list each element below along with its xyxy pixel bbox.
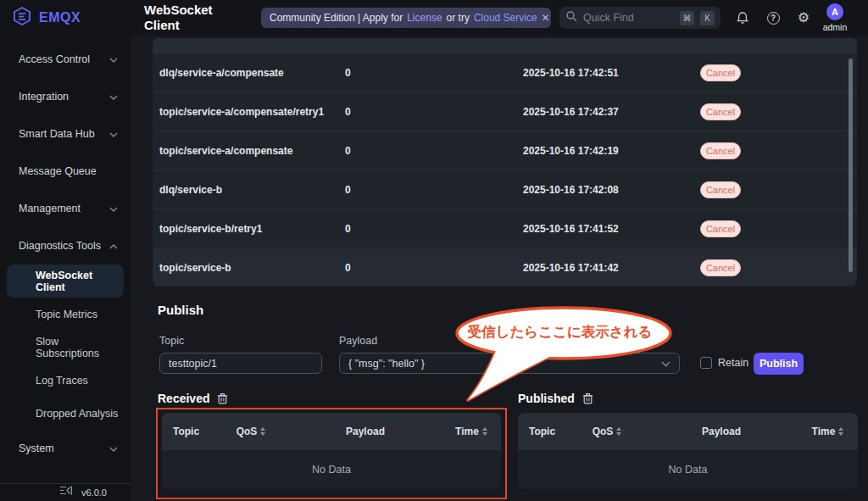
published-heading-label: Published: [518, 392, 575, 405]
k-key-badge: K: [700, 11, 715, 25]
sidebar-item-management[interactable]: Management: [0, 190, 131, 227]
column-header-topic: Topic: [162, 426, 213, 437]
cloud-service-link[interactable]: Cloud Service: [474, 12, 537, 24]
emqx-hexagon-icon: [12, 6, 32, 30]
collapse-sidebar-icon[interactable]: [59, 485, 72, 498]
column-header-time[interactable]: Time: [798, 426, 858, 437]
sidebar-footer: v6.0.0: [0, 483, 131, 501]
table-row: topic/service-b 0 2025-10-16 17:41:42 Ca…: [153, 248, 857, 287]
chevron-down-icon: [109, 203, 118, 214]
cancel-button[interactable]: Cancel: [700, 64, 741, 81]
sidebar-item-system[interactable]: System: [0, 430, 131, 467]
table-row: topic/service-a/compensate 0 2025-10-16 …: [153, 131, 857, 170]
retain-label: Retain: [718, 357, 748, 369]
subscription-time: 2025-10-16 17:42:37: [523, 106, 700, 118]
sidebar-item-smart-data-hub[interactable]: Smart Data Hub: [0, 115, 131, 153]
column-header-qos[interactable]: QoS: [213, 426, 289, 437]
sidebar-item-label: Diagnostics Tools: [19, 240, 101, 252]
sidebar-item-slow-subscriptions[interactable]: Slow Subscriptions: [7, 331, 124, 364]
subscription-qos: 0: [345, 262, 523, 274]
sidebar-item-dropped-analysis[interactable]: Dropped Analysis: [7, 397, 124, 430]
cancel-button[interactable]: Cancel: [700, 103, 741, 120]
cancel-button[interactable]: Cancel: [700, 181, 741, 198]
table-row: topic/service-a/compensate/retry1 0 2025…: [153, 92, 857, 131]
license-link[interactable]: License: [407, 12, 442, 24]
sidebar-item-label: System: [19, 443, 54, 454]
vertical-scrollbar[interactable]: [849, 58, 853, 272]
sort-icon[interactable]: [616, 427, 621, 436]
column-header-payload: Payload: [289, 426, 442, 437]
notifications-bell-icon[interactable]: [735, 10, 750, 25]
published-table-header: Topic QoS Payload Time: [518, 413, 858, 450]
subscriptions-table: dlq/service-a/compensate 0 2025-10-16 17…: [153, 38, 857, 287]
sidebar-item-websocket-client[interactable]: WebSocket Client: [7, 264, 124, 298]
sidebar-item-label: Message Queue: [19, 165, 97, 177]
table-row: dlq/service-a/compensate 0 2025-10-16 17…: [153, 53, 857, 92]
payload-select[interactable]: { "msg": "hello" }: [339, 353, 680, 374]
subscription-qos: 0: [345, 184, 523, 196]
subscription-topic: dlq/service-b: [159, 184, 345, 196]
search-placeholder: Quick Find: [583, 12, 674, 24]
topic-input[interactable]: testtopic/1: [159, 353, 322, 374]
subscription-topic: topic/service-b: [159, 262, 345, 274]
received-table-header: Topic QoS Payload Time: [162, 413, 501, 450]
column-header-time[interactable]: Time: [442, 426, 501, 437]
search-icon: [565, 10, 577, 25]
chevron-down-icon: [109, 443, 118, 454]
subscription-topic: topic/service-a/compensate/retry1: [159, 106, 345, 118]
column-header-topic: Topic: [518, 426, 569, 437]
subscription-topic: dlq/service-a/compensate: [159, 67, 345, 79]
cancel-button[interactable]: Cancel: [700, 220, 741, 237]
sidebar-item-label: Access Control: [19, 53, 90, 65]
sidebar-item-access-control[interactable]: Access Control: [0, 41, 131, 78]
received-heading-label: Received: [158, 392, 209, 405]
gear-icon[interactable]: ⚙: [796, 10, 811, 25]
chevron-down-icon: [661, 358, 670, 370]
brand-name: EMQX: [39, 10, 81, 25]
sidebar-item-label: Management: [19, 203, 81, 214]
sidebar-item-label: Smart Data Hub: [19, 128, 95, 140]
subscription-topic: topic/service-a/compensate: [159, 145, 345, 157]
table-row: dlq/service-b 0 2025-10-16 17:42:08 Canc…: [153, 170, 857, 209]
brand-logo[interactable]: EMQX: [0, 0, 131, 36]
quick-find-input[interactable]: Quick Find ⌘ K: [559, 7, 721, 29]
sidebar-item-diagnostics-tools[interactable]: Diagnostics Tools: [0, 227, 131, 264]
sidebar-item-topic-metrics[interactable]: Topic Metrics: [7, 298, 124, 331]
cancel-button[interactable]: Cancel: [700, 259, 741, 276]
chevron-up-icon: [109, 240, 118, 252]
sidebar: EMQX Access Control Integration Smart Da…: [0, 0, 131, 501]
publish-heading: Publish: [158, 303, 203, 317]
subscription-qos: 0: [345, 106, 523, 118]
column-header-qos[interactable]: QoS: [569, 426, 645, 437]
subscription-qos: 0: [345, 145, 523, 157]
trash-icon[interactable]: [217, 392, 228, 404]
sidebar-item-integration[interactable]: Integration: [0, 78, 131, 115]
sidebar-item-log-traces[interactable]: Log Traces: [7, 364, 124, 397]
help-icon[interactable]: ?: [765, 10, 781, 25]
banner-close-icon[interactable]: ✕: [542, 12, 550, 24]
subscription-time: 2025-10-16 17:42:08: [523, 184, 700, 196]
payload-field-label: Payload: [339, 335, 377, 347]
annotation-text: 受信したらここに表示される: [465, 323, 655, 342]
topic-input-value: testtopic/1: [169, 358, 217, 370]
sort-icon[interactable]: [482, 427, 487, 436]
sidebar-item-message-queue[interactable]: Message Queue: [0, 153, 131, 190]
publish-button[interactable]: Publish: [754, 353, 804, 375]
chevron-down-icon: [109, 53, 118, 65]
sort-icon[interactable]: [260, 427, 265, 436]
chevron-down-icon: [109, 128, 118, 140]
cancel-button[interactable]: Cancel: [700, 142, 741, 159]
table-row: topic/service-b/retry1 0 2025-10-16 17:4…: [153, 209, 857, 248]
retain-checkbox[interactable]: [700, 357, 712, 369]
cmd-key-badge: ⌘: [680, 11, 694, 25]
trash-icon[interactable]: [582, 392, 593, 404]
published-empty-state: No Data: [518, 450, 858, 489]
subscription-time: 2025-10-16 17:42:19: [523, 145, 700, 157]
sort-icon[interactable]: [838, 427, 843, 436]
published-table: Topic QoS Payload Time No Data: [518, 413, 858, 489]
received-table: Topic QoS Payload Time No Data: [162, 413, 501, 489]
username-label: admin: [813, 22, 857, 32]
edition-banner: Community Edition | Apply for License or…: [261, 8, 551, 28]
avatar[interactable]: A: [826, 3, 843, 20]
payload-input-value: { "msg": "hello" }: [348, 358, 425, 370]
